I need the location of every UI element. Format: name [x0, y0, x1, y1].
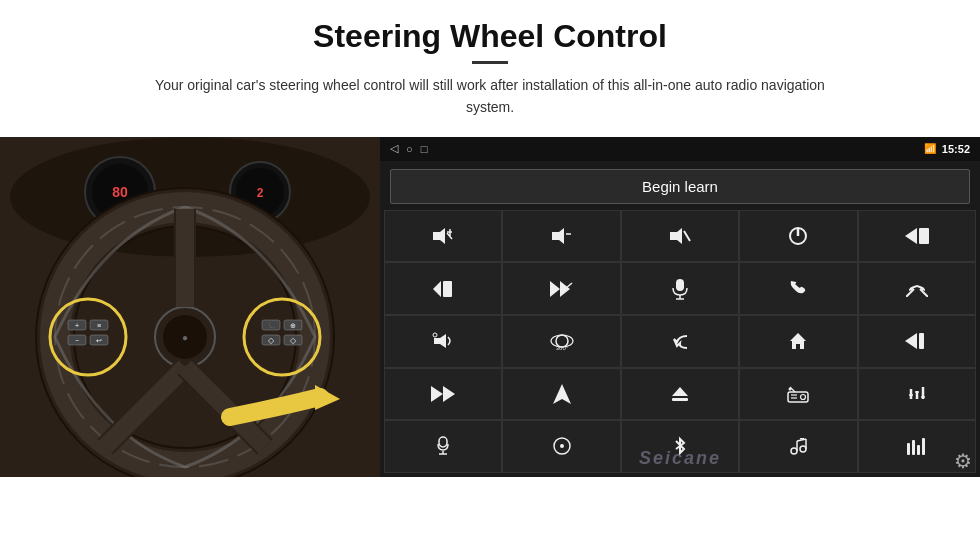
svg-marker-73 [443, 386, 455, 402]
ctrl-ff[interactable] [502, 262, 620, 315]
ctrl-vol-up[interactable] [384, 210, 502, 263]
svg-rect-101 [922, 438, 925, 455]
android-panel: ◁ ○ □ 📶 15:52 Begin learn [380, 137, 980, 477]
begin-learn-row: Begin learn [380, 161, 980, 210]
svg-point-91 [560, 444, 564, 448]
svg-point-78 [801, 394, 806, 399]
page-title: Steering Wheel Control [60, 18, 920, 55]
steering-wheel-bg: 80 2 ● [0, 137, 380, 477]
ctrl-eject[interactable] [621, 368, 739, 421]
svg-marker-75 [672, 387, 688, 396]
ctrl-radio[interactable] [739, 368, 857, 421]
svg-marker-47 [670, 228, 682, 244]
svg-marker-53 [433, 281, 441, 297]
ctrl-rew[interactable] [858, 315, 976, 368]
svg-text:≡: ≡ [97, 322, 101, 329]
ctrl-back[interactable] [621, 315, 739, 368]
ctrl-equalizer[interactable] [858, 368, 976, 421]
status-bar: ◁ ○ □ 📶 15:52 [380, 137, 980, 161]
svg-rect-76 [672, 398, 688, 401]
svg-text:📞: 📞 [267, 321, 276, 330]
ctrl-menu[interactable] [502, 420, 620, 473]
ctrl-nav[interactable] [502, 368, 620, 421]
svg-marker-55 [550, 281, 560, 297]
ctrl-vol-down[interactable] [502, 210, 620, 263]
svg-rect-71 [919, 333, 924, 349]
ctrl-call-prev[interactable] [858, 210, 976, 263]
svg-rect-97 [800, 438, 804, 440]
svg-marker-74 [553, 384, 571, 404]
svg-text:◇: ◇ [290, 336, 297, 345]
back-icon[interactable]: ◁ [390, 142, 398, 155]
svg-rect-87 [915, 391, 919, 393]
signal-icon: 📶 [924, 143, 936, 154]
ctrl-hang-up[interactable] [858, 262, 976, 315]
svg-rect-100 [917, 445, 920, 455]
header-section: Steering Wheel Control Your original car… [0, 0, 980, 129]
svg-rect-99 [912, 440, 915, 455]
svg-rect-59 [676, 279, 684, 291]
gear-icon[interactable]: ⚙ [954, 449, 972, 473]
status-bar-left: ◁ ○ □ [390, 142, 427, 155]
ctrl-horn[interactable] [384, 315, 502, 368]
svg-marker-70 [905, 333, 917, 349]
svg-text:◇: ◇ [268, 336, 275, 345]
svg-marker-72 [431, 386, 443, 402]
subtitle-text: Your original car's steering wheel contr… [130, 74, 850, 119]
svg-text:↩: ↩ [96, 337, 102, 344]
controls-grid: 360° [380, 210, 980, 477]
svg-rect-98 [907, 443, 910, 455]
svg-rect-86 [909, 394, 913, 396]
svg-marker-51 [905, 228, 917, 244]
ctrl-music[interactable] [739, 420, 857, 473]
content-area: 80 2 ● [0, 137, 980, 548]
svg-rect-52 [919, 228, 929, 244]
svg-text:360°: 360° [555, 345, 568, 351]
begin-learn-button[interactable]: Begin learn [390, 169, 970, 204]
svg-rect-54 [443, 281, 452, 297]
svg-point-93 [800, 446, 806, 452]
ctrl-360-camera[interactable]: 360° [502, 315, 620, 368]
svg-text:●: ● [182, 332, 188, 343]
ctrl-mic[interactable] [621, 262, 739, 315]
svg-marker-41 [433, 228, 445, 244]
title-divider [472, 61, 508, 64]
svg-text:+: + [75, 322, 79, 329]
svg-line-48 [684, 231, 690, 241]
svg-rect-88 [921, 396, 925, 398]
svg-text:⊕: ⊕ [290, 322, 296, 329]
svg-rect-89 [439, 437, 447, 447]
ctrl-voice[interactable] [384, 420, 502, 473]
ctrl-power[interactable] [739, 210, 857, 263]
svg-text:2: 2 [257, 186, 264, 200]
svg-text:80: 80 [112, 184, 128, 200]
page-container: Steering Wheel Control Your original car… [0, 0, 980, 548]
svg-point-92 [791, 448, 797, 454]
svg-marker-69 [790, 333, 806, 349]
svg-point-65 [433, 333, 437, 337]
svg-text:−: − [75, 337, 79, 344]
svg-marker-64 [434, 334, 446, 348]
recents-icon[interactable]: □ [421, 143, 428, 155]
ctrl-call[interactable] [739, 262, 857, 315]
ctrl-home[interactable] [739, 315, 857, 368]
ctrl-next[interactable] [384, 262, 502, 315]
ctrl-mute[interactable] [621, 210, 739, 263]
status-bar-right: 📶 15:52 [924, 143, 970, 155]
ctrl-fast-fwd[interactable] [384, 368, 502, 421]
svg-marker-45 [552, 228, 564, 244]
steering-wheel-panel: 80 2 ● [0, 137, 380, 477]
ctrl-bluetooth[interactable] [621, 420, 739, 473]
home-status-icon[interactable]: ○ [406, 143, 413, 155]
time-display: 15:52 [942, 143, 970, 155]
